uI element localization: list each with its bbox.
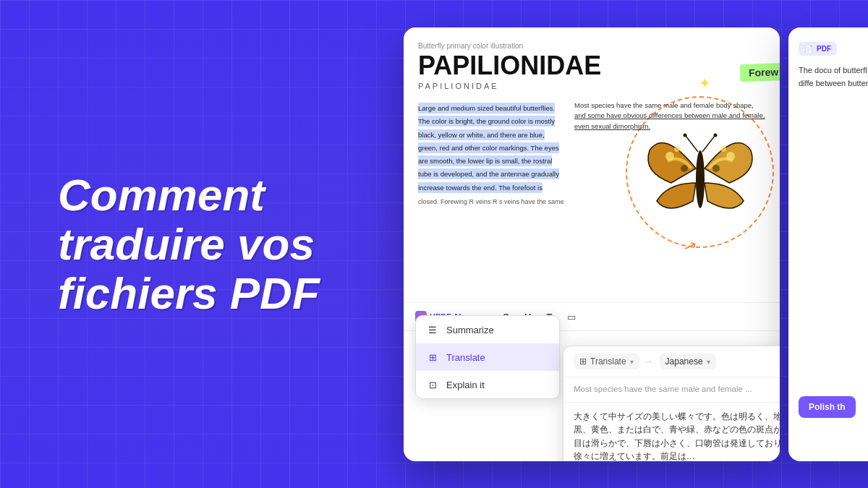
svg-point-3 xyxy=(681,165,688,172)
translate-output: 大きくて中サイズの美しい蝶々です。色は明るく、地色は主に黒、黄色、または白で、青… xyxy=(563,403,780,461)
summarize-icon: ☰ xyxy=(426,323,439,336)
pdf-title-sub: PAPILIONIDAE xyxy=(418,82,765,90)
translate-icon-small: ⊞ xyxy=(579,356,587,367)
pdf-tag-icon: 📄 xyxy=(804,45,813,53)
hero-section: Comment traduire vos fichiers PDF xyxy=(58,170,362,318)
svg-line-7 xyxy=(686,136,698,152)
pdf-content-area: Butterfly primary color illustration PAP… xyxy=(404,27,780,302)
pdf-title-big: PAPILIONIDAE xyxy=(418,53,765,79)
translate-to-label: Japanese xyxy=(665,356,703,367)
svg-point-8 xyxy=(684,134,687,137)
pdf-subtitle: Butterfly primary color illustration xyxy=(418,42,765,50)
svg-point-2 xyxy=(674,146,680,152)
svg-line-9 xyxy=(702,136,715,152)
explain-icon: ⊡ xyxy=(426,378,439,391)
translate-to-selector[interactable]: Japanese ▾ xyxy=(660,354,716,369)
pdf-tag: 📄 PDF xyxy=(799,42,837,56)
dropdown-explain[interactable]: ⊡ Explain it xyxy=(416,371,559,398)
translate-header: ⊞ Translate ▾ → Japanese ▾ xyxy=(563,346,780,377)
translate-direction-arrow: → xyxy=(645,356,654,367)
right-panel-card: 📄 PDF The docu of butterfl characte the … xyxy=(788,27,868,461)
svg-point-10 xyxy=(714,134,718,137)
translate-label: Translate xyxy=(446,352,485,363)
pdf-card: Forew ✦ Butterfly primary color illustra… xyxy=(404,27,780,461)
svg-point-0 xyxy=(696,150,705,208)
right-panel-text: The docu of butterfl characte the diffe … xyxy=(799,64,868,90)
pdf-left-column: Large and medium sized beautiful butterf… xyxy=(418,100,563,193)
translate-from-selector[interactable]: ⊞ Translate ▾ xyxy=(574,354,639,369)
butterfly-illustration xyxy=(628,100,773,244)
svg-point-5 xyxy=(720,146,726,152)
summarize-label: Summarize xyxy=(446,325,494,335)
ai-dropdown-menu: ☰ Summarize ⊞ Translate ⊡ Explain it xyxy=(415,315,560,399)
pdf-tag-label: PDF xyxy=(817,45,831,53)
dropdown-summarize[interactable]: ☰ Summarize xyxy=(416,316,559,343)
translate-from-label: Translate xyxy=(590,356,626,367)
translate-from-arrow: ▾ xyxy=(630,358,634,366)
polish-button[interactable]: Polish th xyxy=(799,396,856,418)
translate-to-arrow: ▾ xyxy=(707,358,710,366)
hero-title: Comment traduire vos fichiers PDF xyxy=(58,170,362,318)
translate-icon: ⊞ xyxy=(426,351,439,364)
explain-label: Explain it xyxy=(446,380,485,390)
translate-input[interactable]: Most species have the same male and fema… xyxy=(563,377,780,403)
toolbar-shape-icon[interactable]: ▭ xyxy=(563,309,579,325)
dropdown-translate[interactable]: ⊞ Translate xyxy=(416,343,559,371)
translate-panel: ⊞ Translate ▾ → Japanese ▾ Most species … xyxy=(563,346,780,461)
pdf-highlighted-text: Large and medium sized beautiful butterf… xyxy=(418,103,559,193)
svg-point-6 xyxy=(712,165,720,172)
